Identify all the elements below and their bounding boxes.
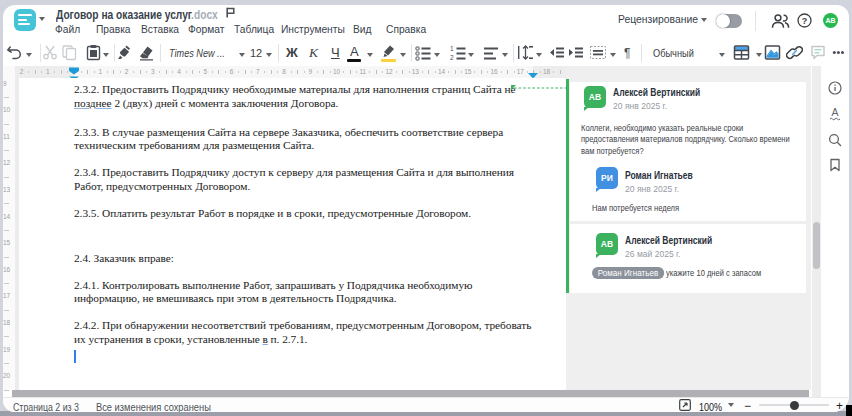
svg-text:1: 1 — [450, 45, 454, 52]
svg-text:?: ? — [802, 16, 808, 26]
svg-text:2: 2 — [450, 54, 454, 61]
svg-text:А: А — [831, 107, 838, 118]
